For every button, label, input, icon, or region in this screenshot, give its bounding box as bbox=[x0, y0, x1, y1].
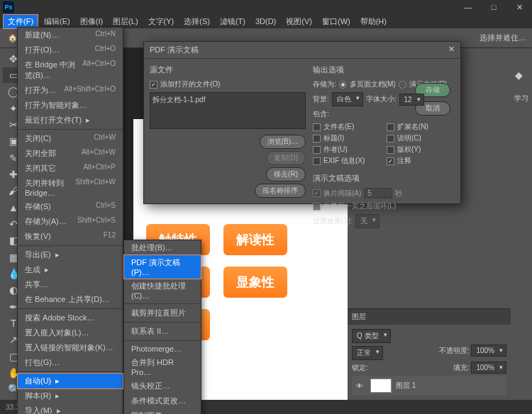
menu-item[interactable]: 存储为(A)…Shift+Ctrl+S bbox=[18, 214, 123, 229]
menu-filter[interactable]: 滤镜(T) bbox=[216, 15, 250, 28]
remove-button[interactable]: 移去(R) bbox=[266, 167, 306, 181]
duplicate-button[interactable]: 复制(D) bbox=[266, 151, 306, 165]
collapsed-panels: ◆ 学习 bbox=[511, 48, 532, 400]
menu-item[interactable]: 打开(O)…Ctrl+O bbox=[18, 43, 123, 57]
menu-item[interactable]: 置入链接的智能对象(K)… bbox=[18, 340, 123, 355]
exif-checkbox[interactable] bbox=[313, 157, 321, 165]
ext-label: 扩展名(N) bbox=[397, 122, 428, 132]
sort-name-button[interactable]: 按名称排序 bbox=[255, 184, 306, 198]
menu-item[interactable]: 共享… bbox=[18, 277, 123, 292]
loop-checkbox[interactable] bbox=[313, 203, 321, 211]
filename-label: 文件名(E) bbox=[323, 122, 354, 132]
menu-item[interactable]: 生成 bbox=[18, 262, 123, 277]
visibility-icon[interactable]: 👁 bbox=[356, 382, 366, 390]
menu-item[interactable]: 恢复(V)F12 bbox=[18, 229, 123, 244]
submenu-item[interactable]: 裁剪并拉直照片 bbox=[124, 306, 201, 320]
submenu-item[interactable]: 联系表 II… bbox=[124, 324, 201, 339]
fontsize-label: 字体大小: bbox=[366, 94, 397, 104]
learn-icon[interactable]: ◆ bbox=[515, 69, 528, 82]
ext-checkbox[interactable] bbox=[387, 123, 394, 131]
advance-checkbox[interactable] bbox=[313, 189, 321, 197]
dialog-close-icon[interactable]: ✕ bbox=[448, 45, 455, 55]
presentation-radio[interactable] bbox=[399, 81, 406, 89]
loop-label: 在最后一页之后循环(L) bbox=[323, 201, 396, 211]
menu-item[interactable]: 导出(E) bbox=[18, 247, 123, 262]
menu-item[interactable]: 在 Bridge 中浏览(B)…Alt+Ctrl+O bbox=[18, 57, 123, 83]
title-label: 标题(I) bbox=[323, 133, 344, 143]
menu-item[interactable]: 导入(M) bbox=[18, 403, 123, 414]
menu-view[interactable]: 视图(V) bbox=[282, 15, 316, 28]
submenu-item[interactable]: 限制图像… bbox=[124, 408, 201, 414]
transition-label: 过渡效果(T): bbox=[313, 216, 353, 226]
menu-item[interactable]: 关闭并转到 Bridge…Shift+Ctrl+W bbox=[18, 176, 123, 199]
menu-item[interactable]: 自动(U) bbox=[18, 374, 123, 388]
menu-item[interactable]: 关闭其它Alt+Ctrl+P bbox=[18, 161, 123, 176]
menu-item[interactable]: 打开为…Alt+Shift+Ctrl+O bbox=[18, 83, 123, 98]
file-list[interactable]: 拆分文档-1-1.pdf bbox=[150, 92, 306, 129]
presentation-options-label: 演示文稿选项 bbox=[313, 173, 455, 184]
auto-submenu: 批处理(B)…PDF 演示文稿(P)…创建快捷批处理(C)…裁剪并拉直照片联系表… bbox=[123, 240, 201, 414]
bg-label: 背景: bbox=[313, 94, 329, 104]
menu-item[interactable]: 置入嵌入对象(L)… bbox=[18, 325, 123, 340]
menu-item[interactable]: 新建(N)…Ctrl+N bbox=[18, 28, 123, 43]
author-checkbox[interactable] bbox=[313, 146, 321, 154]
multipage-radio[interactable] bbox=[339, 81, 347, 89]
close-button[interactable]: ✕ bbox=[506, 0, 532, 14]
add-open-label: 添加打开的文件(O) bbox=[160, 79, 220, 89]
annot-checkbox[interactable] bbox=[387, 157, 394, 165]
copyright-checkbox[interactable] bbox=[387, 146, 394, 154]
lock-label: 锁定: bbox=[352, 363, 368, 373]
fill-input[interactable]: 100% bbox=[471, 362, 506, 374]
filename-checkbox[interactable] bbox=[313, 123, 321, 131]
menu-layer[interactable]: 图层(L) bbox=[109, 15, 142, 28]
learn-label[interactable]: 学习 bbox=[514, 94, 528, 103]
menu-edit[interactable]: 编辑(E) bbox=[40, 15, 74, 28]
menu-item[interactable]: 存储(S)Ctrl+S bbox=[18, 199, 123, 214]
submenu-item[interactable]: 条件模式更改… bbox=[124, 393, 201, 408]
layers-tab[interactable]: 图层 bbox=[352, 312, 366, 322]
transition-dropdown[interactable]: 无 bbox=[355, 214, 379, 228]
menu-help[interactable]: 帮助(H) bbox=[356, 15, 391, 28]
submenu-item[interactable]: PDF 演示文稿(P)… bbox=[124, 255, 201, 279]
menu-item[interactable]: 关闭全部Alt+Ctrl+W bbox=[18, 146, 123, 161]
layer-thumbnail[interactable] bbox=[370, 379, 392, 393]
multipage-label: 多页面文档(M) bbox=[350, 79, 396, 89]
layer-type-filter[interactable]: Q 类型 bbox=[352, 329, 391, 343]
submenu-item[interactable]: 镜头校正… bbox=[124, 379, 201, 393]
menu-item[interactable]: 打开为智能对象… bbox=[18, 98, 123, 113]
blend-mode-dropdown[interactable]: 正常 bbox=[352, 346, 383, 360]
menu-select[interactable]: 选择(S) bbox=[179, 15, 214, 28]
menu-3d[interactable]: 3D(D) bbox=[251, 16, 280, 27]
source-files-label: 源文件 bbox=[150, 65, 306, 75]
menu-item[interactable]: 关闭(C)Ctrl+W bbox=[18, 131, 123, 146]
maximize-button[interactable]: □ bbox=[481, 0, 506, 14]
menu-item[interactable]: 打包(G)… bbox=[18, 355, 123, 370]
select-mask-button[interactable]: 选择并遮住… bbox=[480, 33, 526, 43]
exif-label: EXIF 信息(X) bbox=[323, 156, 365, 166]
menu-type[interactable]: 文字(Y) bbox=[144, 15, 179, 28]
opacity-input[interactable]: 100% bbox=[471, 345, 506, 357]
menu-item[interactable]: 在 Behance 上共享(D)… bbox=[18, 292, 123, 307]
submenu-item[interactable]: 批处理(B)… bbox=[124, 240, 201, 255]
layer-name[interactable]: 图层 1 bbox=[396, 381, 416, 391]
submenu-item[interactable]: 创建快捷批处理(C)… bbox=[124, 279, 201, 302]
advance-seconds-input[interactable]: 5 bbox=[364, 188, 392, 198]
minimize-button[interactable]: — bbox=[455, 0, 481, 14]
menu-item[interactable]: 搜索 Adobe Stock… bbox=[18, 310, 123, 325]
add-open-checkbox[interactable] bbox=[150, 81, 157, 89]
menu-image[interactable]: 图像(I) bbox=[76, 15, 107, 28]
submenu-item[interactable]: Photomerge… bbox=[124, 342, 201, 355]
menu-window[interactable]: 窗口(W) bbox=[318, 15, 355, 28]
layer-row[interactable]: 👁 图层 1 bbox=[352, 376, 506, 396]
submenu-item[interactable]: 合并到 HDR Pro… bbox=[124, 355, 201, 379]
title-checkbox[interactable] bbox=[313, 135, 321, 142]
file-item[interactable]: 拆分文档-1-1.pdf bbox=[153, 95, 303, 105]
desc-checkbox[interactable] bbox=[387, 135, 394, 142]
titlebar: Ps — □ ✕ bbox=[0, 0, 532, 14]
bg-dropdown[interactable]: 白色 bbox=[332, 92, 363, 106]
menu-item[interactable]: 最近打开文件(T) bbox=[18, 113, 123, 128]
fontsize-dropdown[interactable]: 12 bbox=[399, 94, 424, 106]
save-as-label: 存储为: bbox=[313, 79, 336, 89]
browse-button[interactable]: 浏览(B)… bbox=[260, 135, 306, 149]
menu-item[interactable]: 脚本(R) bbox=[18, 388, 123, 403]
